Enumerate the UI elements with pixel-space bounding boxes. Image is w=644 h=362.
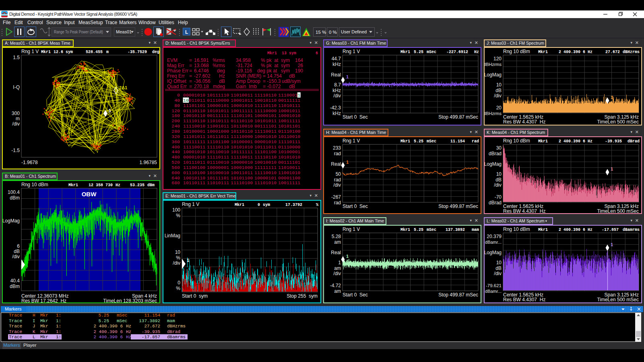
svg-text:11010111: 11010111 [207,180,229,185]
svg-text:kHz: kHz [332,62,341,67]
svg-text:10001010: 10001010 [278,113,300,118]
svg-text:01110010: 01110010 [207,160,229,165]
svg-text:00001100: 00001100 [278,175,300,181]
svg-text:1: 1 [611,167,613,171]
svg-text:10011111: 10011111 [278,180,300,185]
svg-text:Mkr1: Mkr1 [400,228,410,232]
svg-text:Start 0 sym: Start 0 sym [182,293,208,299]
svg-text:11100100: 11100100 [183,165,205,170]
svg-text:11010011: 11010011 [231,93,253,98]
svg-text:11110010: 11110010 [183,123,205,129]
svg-text:Hz: Hz [126,329,131,334]
svg-text:2 400.390 6: 2 400.390 6 [93,335,123,339]
svg-text:10010110: 10010110 [183,113,205,118]
svg-text:11101100: 11101100 [254,149,277,154]
svg-text:100.4: 100.4 [8,189,20,195]
svg-text:11101101: 11101101 [231,113,253,118]
svg-text:/div: /div [12,254,20,259]
svg-text:00111111: 00111111 [207,113,229,118]
svg-text:am: am [334,265,341,271]
svg-text:11110011: 11110011 [231,154,253,160]
svg-text:10000010: 10000010 [231,160,253,165]
svg-text:Mkr1: Mkr1 [41,50,51,54]
svg-text:10010110: 10010110 [183,175,205,181]
svg-text:Trace: Trace [9,329,22,334]
svg-text:Mkr: Mkr [40,329,48,334]
svg-text:10000101: 10000101 [207,103,229,108]
svg-text:1:: 1: [56,329,61,334]
svg-text:Mkr1: Mkr1 [235,203,244,207]
svg-text:233: 233 [333,145,341,151]
svg-text:600: 600 [171,170,180,175]
svg-text:/div: /div [494,271,502,276]
svg-text:-227.6912: -227.6912 [446,50,468,54]
svg-text:01110110: 01110110 [231,118,253,123]
svg-text:Stop 499.87 mSec: Stop 499.87 mSec [438,204,478,209]
svg-text:-39.935: -39.935 [605,139,622,144]
svg-text:11001010: 11001010 [278,170,300,175]
svg-text:mSec: mSec [427,139,436,144]
svg-text:Trace: Trace [9,319,22,323]
svg-text:dBm: dBm [10,284,20,289]
svg-text:20: 20 [496,105,502,111]
svg-text:10011111: 10011111 [278,118,300,123]
svg-text:dB: dB [495,88,502,93]
svg-text:40: 40 [174,98,180,103]
svg-text:I: I [33,319,35,323]
svg-text:5.28: 5.28 [332,234,341,239]
svg-text:=: = [189,78,192,84]
svg-text:0: 0 [258,203,260,207]
svg-text:137.3892: 137.3892 [139,319,160,323]
svg-text:-1.9678: -1.9678 [21,160,38,165]
svg-text:10: 10 [496,82,502,88]
svg-text:%rms: %rms [213,58,225,63]
svg-text:mSec: mSec [117,319,127,323]
svg-text:40.4: 40.4 [10,278,20,284]
svg-text:10111011: 10111011 [254,144,277,150]
svg-text:12.6: 12.6 [54,50,63,54]
svg-text:164: 164 [295,58,303,63]
svg-text:Rng 1 V: Rng 1 V [182,202,199,207]
svg-text:Rng 1 V: Rng 1 V [343,138,360,144]
svg-text:dBHzrms: dBHzrms [167,324,186,329]
svg-text:Hz: Hz [116,183,120,187]
svg-text:13: 13 [282,51,287,56]
svg-text:dBm: dBm [10,195,20,201]
svg-text:Rng 10 dBm: Rng 10 dBm [503,138,530,144]
svg-text:Trace: Trace [9,324,22,329]
svg-text:10111111: 10111111 [231,149,253,154]
svg-text:11.154: 11.154 [450,139,465,144]
svg-text:11001011: 11001011 [207,123,229,129]
svg-text:10101100: 10101100 [231,175,253,181]
svg-text:640: 640 [171,175,180,181]
svg-text:200: 200 [171,118,180,123]
svg-text:TimeLen 500 mSec: TimeLen 500 mSec [597,297,639,302]
svg-text:-4.72: -4.72 [330,283,341,288]
svg-text:13.068: 13.068 [194,63,209,68]
svg-text:LogMag: LogMag [485,161,502,167]
svg-text:2 400.390 6: 2 400.390 6 [559,50,585,54]
svg-text:Mkr1: Mkr1 [68,183,78,187]
svg-text:10110010: 10110010 [207,149,229,154]
svg-text:sym: sym [281,63,290,68]
svg-text:Real: Real [331,250,341,255]
svg-text:10111101: 10111101 [207,175,229,181]
svg-text:5.25: 5.25 [99,313,109,318]
svg-text:dB: dB [14,249,20,254]
svg-text:mam: mam [167,319,175,323]
svg-text:10: 10 [183,98,189,103]
svg-text:rad: rad [472,139,479,144]
svg-text:10101010: 10101010 [278,154,300,160]
svg-text:0 %: 0 % [329,30,337,35]
svg-text:Trace: Trace [9,335,22,339]
svg-text:Rng 10 dBm: Rng 10 dBm [503,226,530,232]
svg-text:01110100: 01110100 [278,129,300,134]
svg-text:11101010: 11101010 [254,180,277,185]
svg-text:560: 560 [171,165,180,170]
svg-text:00111101: 00111101 [278,160,300,165]
svg-text:= -150.3: = -150.3 [263,78,281,84]
svg-text:00001010: 00001010 [183,154,205,160]
svg-text:LogMag: LogMag [485,72,502,78]
svg-text:44.7: 44.7 [332,56,341,62]
svg-text:53.235: 53.235 [130,183,144,187]
